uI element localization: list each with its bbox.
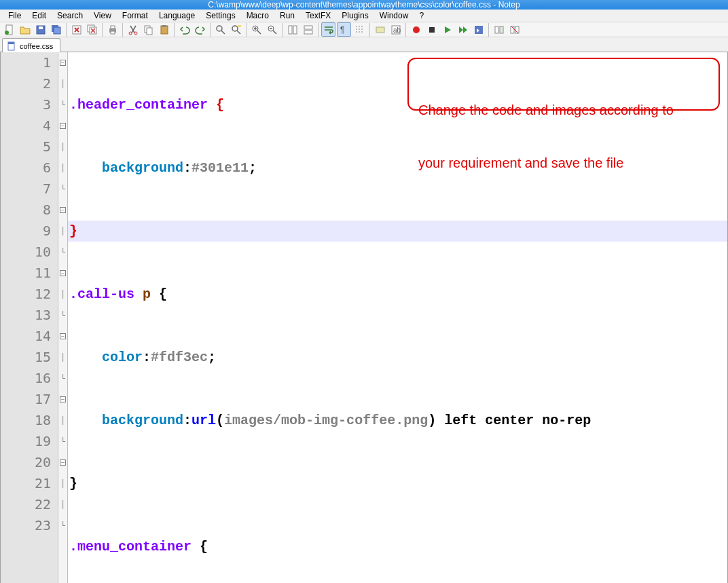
- svg-point-18: [217, 26, 222, 31]
- svg-rect-34: [495, 26, 498, 33]
- copy-button[interactable]: [141, 22, 156, 37]
- svg-point-1: [5, 31, 9, 35]
- tab-bar: coffee.css: [0, 37, 728, 52]
- indent-guide-button[interactable]: [352, 22, 367, 37]
- svg-rect-26: [304, 31, 312, 34]
- svg-rect-28: [376, 27, 384, 33]
- open-button[interactable]: [18, 22, 32, 37]
- fold-icon[interactable]: −: [60, 123, 66, 129]
- play-macro-button[interactable]: [440, 22, 454, 37]
- svg-rect-15: [147, 28, 152, 35]
- zoom-out-button[interactable]: [265, 22, 279, 37]
- svg-text:¶: ¶: [340, 25, 344, 35]
- menu-settings[interactable]: Settings: [200, 10, 240, 22]
- svg-text:ab: ab: [393, 26, 401, 34]
- wordwrap-button[interactable]: [321, 22, 335, 37]
- cut-button[interactable]: [126, 22, 140, 37]
- window-title: C:\wamp\www\deep\wp-content\themes\appoi…: [208, 0, 520, 10]
- menu-macro[interactable]: Macro: [241, 10, 274, 22]
- func-list-button[interactable]: ab: [388, 22, 403, 37]
- menu-language[interactable]: Language: [153, 10, 200, 22]
- svg-rect-33: [475, 26, 483, 34]
- menu-window[interactable]: Window: [374, 10, 414, 22]
- tab-coffee-css[interactable]: coffee.css: [2, 38, 60, 52]
- record-macro-button[interactable]: [409, 22, 423, 37]
- svg-rect-11: [111, 31, 115, 34]
- find-button[interactable]: [213, 22, 228, 37]
- zoom-in-button[interactable]: [249, 22, 263, 37]
- menu-search[interactable]: Search: [52, 10, 88, 22]
- code-area[interactable]: .header_container { background:#301e11; …: [68, 52, 727, 583]
- file-icon: [7, 41, 16, 51]
- show-all-chars-button[interactable]: ¶: [337, 22, 351, 37]
- close-button[interactable]: [69, 22, 84, 37]
- fold-icon[interactable]: −: [60, 459, 66, 466]
- svg-rect-23: [289, 26, 292, 34]
- clear-compare-button[interactable]: [507, 22, 522, 37]
- svg-point-12: [129, 32, 132, 35]
- menu-textfx[interactable]: TextFX: [300, 10, 336, 22]
- menu-bar: File Edit Search View Format Language Se…: [0, 10, 728, 22]
- tab-label: coffee.css: [20, 42, 53, 50]
- redo-button[interactable]: [193, 22, 207, 37]
- undo-button[interactable]: [177, 22, 192, 37]
- editor: 1 2 3 4 5 6 7 8 9 10 11 12 13 14 15 16 1…: [0, 52, 728, 583]
- svg-rect-17: [162, 25, 166, 27]
- window-title-bar: C:\wamp\www\deep\wp-content\themes\appoi…: [0, 0, 728, 10]
- sync-v-button[interactable]: [285, 22, 299, 37]
- svg-rect-39: [8, 42, 14, 44]
- svg-point-13: [134, 32, 137, 35]
- paste-button[interactable]: [157, 22, 171, 37]
- svg-rect-20: [238, 25, 241, 27]
- menu-edit[interactable]: Edit: [26, 10, 52, 22]
- menu-format[interactable]: Format: [117, 10, 153, 22]
- fold-column: − │ └ − │ │ └ − │ └ − │ └ − │ └ − │ └ − …: [58, 52, 68, 583]
- play-multi-button[interactable]: [456, 22, 470, 37]
- fold-icon[interactable]: −: [60, 207, 66, 213]
- save-button[interactable]: [33, 22, 48, 37]
- toolbar: ¶ ab: [0, 22, 728, 37]
- menu-view[interactable]: View: [88, 10, 117, 22]
- menu-help[interactable]: ?: [414, 10, 429, 22]
- svg-rect-35: [500, 26, 503, 33]
- print-button[interactable]: [105, 22, 120, 37]
- svg-point-31: [413, 26, 420, 33]
- compare-button[interactable]: [492, 22, 506, 37]
- svg-rect-3: [39, 26, 43, 29]
- new-button[interactable]: [2, 22, 16, 37]
- menu-run[interactable]: Run: [274, 10, 300, 22]
- svg-point-19: [232, 26, 238, 31]
- lang-button[interactable]: [373, 22, 387, 37]
- sync-h-button[interactable]: [301, 22, 315, 37]
- replace-button[interactable]: [229, 22, 243, 37]
- save-macro-button[interactable]: [471, 22, 486, 37]
- fold-icon[interactable]: −: [60, 333, 66, 339]
- svg-rect-10: [111, 26, 115, 29]
- stop-macro-button[interactable]: [424, 22, 439, 37]
- annotation-callout: Change the code and images according to …: [407, 58, 720, 111]
- svg-rect-25: [304, 26, 312, 29]
- svg-rect-32: [429, 27, 435, 33]
- menu-plugins[interactable]: Plugins: [336, 10, 374, 22]
- fold-icon[interactable]: −: [60, 270, 66, 276]
- line-number-gutter: 1 2 3 4 5 6 7 8 9 10 11 12 13 14 15 16 1…: [1, 52, 58, 583]
- fold-icon[interactable]: −: [60, 396, 66, 402]
- fold-icon[interactable]: −: [60, 60, 66, 66]
- svg-rect-5: [54, 27, 60, 34]
- close-all-button[interactable]: [85, 22, 99, 37]
- svg-rect-24: [293, 26, 297, 34]
- menu-file[interactable]: File: [3, 10, 26, 22]
- save-all-button[interactable]: [49, 22, 63, 37]
